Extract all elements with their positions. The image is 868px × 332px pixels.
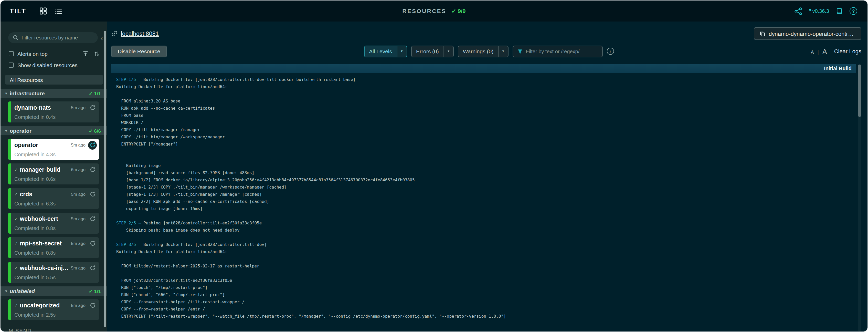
log-text: RUN ["touch", "/tmp/.restart-proc"] xyxy=(116,285,208,290)
group-status-count: ✓ 6/6 xyxy=(89,128,101,133)
list-view-button[interactable] xyxy=(55,7,63,14)
refresh-icon xyxy=(89,216,95,222)
log-text xyxy=(116,214,119,218)
resource-item-header: ✓webhook-ca-inj…5m ago xyxy=(14,262,97,273)
filter-help-button[interactable]: i xyxy=(607,48,614,55)
help-button[interactable]: ? xyxy=(849,7,857,15)
refresh-icon xyxy=(89,191,95,197)
log-line: COPY --from=restart-helper /tilt-restart… xyxy=(116,299,861,306)
search-icon xyxy=(13,35,19,40)
collapse-all-groups-button[interactable] xyxy=(83,51,89,57)
show-disabled-checkbox[interactable] xyxy=(9,62,14,68)
errors-filter-value[interactable]: Errors (0) xyxy=(411,46,444,57)
refresh-icon xyxy=(89,240,95,246)
resource-item[interactable]: operator5m agoCompleted in 4.3s xyxy=(8,139,99,160)
log-step-prefix: STEP 3/5 — xyxy=(116,242,144,247)
check-icon: ✓ xyxy=(14,241,18,246)
resource-status: Completed in 0.8s xyxy=(14,248,97,256)
list-icon xyxy=(55,7,63,14)
resource-group-header[interactable]: ▾infrastructure✓ 1/1 xyxy=(1,89,107,98)
sort-order-icon xyxy=(94,51,100,57)
check-icon: ✓ xyxy=(14,266,18,270)
font-divider: | xyxy=(817,49,819,55)
resource-group-header[interactable]: ▾operator✓ 6/6 xyxy=(1,126,107,135)
log-span-header: Initial Build xyxy=(111,64,856,73)
resource-item[interactable]: dynamo-nats5m agoCompleted in 0.4s xyxy=(8,101,99,122)
resource-item-header: ✓mpi-ssh-secret5m ago xyxy=(14,237,97,248)
log-text: [base 1/2] FROM docker.io/library/alpine… xyxy=(116,178,415,182)
clear-logs-button[interactable]: Clear Logs xyxy=(834,48,861,54)
log-line: ENTRYPOINT ["/manager"] xyxy=(116,141,861,148)
endpoint-link[interactable]: localhost:8081 xyxy=(111,30,159,37)
resource-item-header: ✓uncategorized5m ago xyxy=(14,299,97,310)
resource-name: mpi-ssh-secret xyxy=(20,240,71,246)
grid-view-button[interactable] xyxy=(40,7,48,15)
resource-item[interactable]: ✓crds5m agoCompleted in 6.3s xyxy=(8,188,99,209)
resource-item[interactable]: ✓manager-build6m agoCompleted in 0.6s xyxy=(8,163,99,184)
collapse-sidebar-button[interactable]: ‹ xyxy=(100,34,104,41)
link-icon xyxy=(111,30,118,37)
build-status-bar xyxy=(8,262,11,283)
trigger-build-button[interactable] xyxy=(88,214,97,223)
alerts-on-top-checkbox[interactable] xyxy=(9,51,14,56)
resource-item[interactable]: ✓uncategorized5m agoCompleted in 2.5s xyxy=(8,299,99,320)
pin-top-icon xyxy=(83,51,89,57)
errors-filter-dropdown[interactable]: ▾ xyxy=(443,46,454,57)
cluster-status-button[interactable] xyxy=(794,7,802,15)
all-resources-button[interactable]: All Resources xyxy=(5,75,103,85)
log-level-value[interactable]: All Levels xyxy=(364,46,397,57)
log-line: [background] read source files 82.79MB [… xyxy=(116,170,861,177)
log-line: ENTRYPOINT ["/tilt-restart-wrapper", "--… xyxy=(116,313,861,320)
log-text: Building Dockerfile for platform linux/a… xyxy=(116,249,227,254)
log-step-prefix: STEP 2/5 — xyxy=(116,221,144,225)
trigger-build-button[interactable] xyxy=(88,141,97,149)
log-text: FROM tiltdev/restart-helper:2025-02-17 a… xyxy=(116,264,259,269)
sidebar-scrollbar-thumb[interactable] xyxy=(104,31,106,327)
log-line: COPY --from=restart-helper /entr / xyxy=(116,306,861,313)
log-scrollbar-thumb[interactable] xyxy=(858,65,861,117)
trigger-build-button[interactable] xyxy=(88,103,97,112)
tilt-window: TILT RESOURCES ✓ 9/9 v0.36.3 ? xyxy=(0,0,868,332)
question-glyph: ? xyxy=(852,8,855,13)
resource-filter-input[interactable] xyxy=(22,35,93,40)
refresh-icon xyxy=(89,167,95,173)
decrease-font-button[interactable]: A xyxy=(811,50,814,55)
resource-item[interactable]: ✓webhook-cert5m agoCompleted in 0.8s xyxy=(8,213,99,234)
warnings-filter-dropdown[interactable]: ▾ xyxy=(498,46,508,57)
sort-order-button[interactable] xyxy=(94,51,100,57)
group-label: operator xyxy=(10,127,31,134)
resource-time: 5m ago xyxy=(71,241,86,246)
disable-resource-button[interactable]: Disable Resource xyxy=(111,46,167,57)
pod-name: dynamo-dynamo-operator-controlle… xyxy=(769,30,856,37)
log-line: FROM alpine:3.20 AS base xyxy=(116,98,861,105)
build-status-bar xyxy=(8,213,11,234)
docs-button[interactable] xyxy=(836,7,843,15)
trigger-build-button[interactable] xyxy=(88,165,97,174)
log-toolbar: Disable Resource All Levels ▾ Errors (0)… xyxy=(111,45,861,57)
resource-name: operator xyxy=(14,142,71,148)
resource-item[interactable]: ✓webhook-ca-inj…5m agoCompleted in 5.5s xyxy=(8,262,99,283)
resource-name: webhook-ca-inj… xyxy=(20,265,71,271)
resource-status: Completed in 5.5s xyxy=(14,273,97,280)
log-text xyxy=(116,149,119,154)
log-text: [base 2/2] RUN apk add --no-cache ca-cer… xyxy=(116,199,269,204)
trigger-build-button[interactable] xyxy=(88,264,97,272)
copy-pod-name-button[interactable]: dynamo-dynamo-operator-controlle… xyxy=(754,27,861,40)
resource-group-header[interactable]: ▾unlabeled✓ 1/1 xyxy=(1,286,107,296)
log-line: RUN apk add --no-cache ca-certificates xyxy=(116,105,861,112)
resources-status-count: ✓ 9/9 xyxy=(452,8,465,14)
resource-item[interactable]: ✓mpi-ssh-secret5m agoCompleted in 0.8s xyxy=(8,237,99,258)
log-text: FROM jont828/controller:tilt-ee2f30fa33c… xyxy=(116,278,232,283)
log-text: COPY ./tilt_bin/manager /workspace/manag… xyxy=(116,135,225,139)
log-filter-input[interactable] xyxy=(526,49,598,54)
warnings-filter-value[interactable]: Warnings (0) xyxy=(458,46,498,57)
log-line xyxy=(116,148,861,155)
log-level-dropdown[interactable]: ▾ xyxy=(397,46,407,57)
resource-time: 6m ago xyxy=(71,167,86,172)
trigger-build-button[interactable] xyxy=(88,239,97,248)
log-line: COPY ./tilt_bin/manager /workspace/manag… xyxy=(116,134,861,141)
trigger-build-button[interactable] xyxy=(88,301,97,310)
trigger-build-button[interactable] xyxy=(88,190,97,199)
increase-font-button[interactable]: A xyxy=(823,48,827,55)
log-text: Building image xyxy=(116,163,160,168)
